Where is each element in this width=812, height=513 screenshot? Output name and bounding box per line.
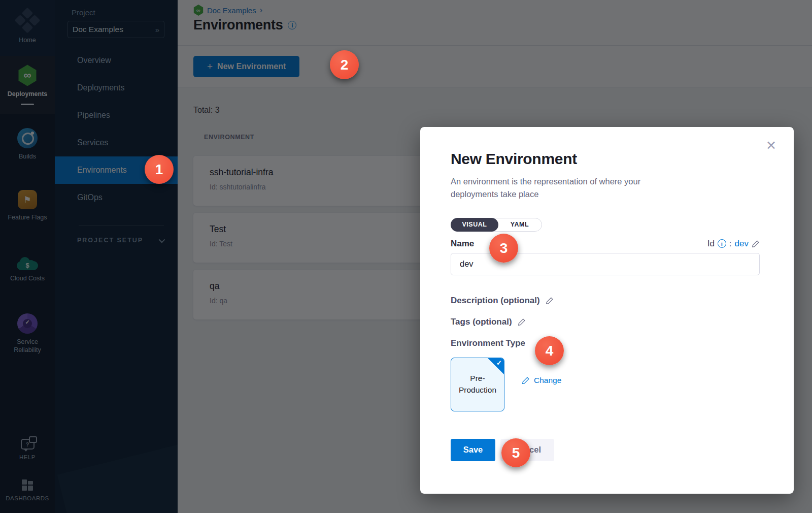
change-link-label: Change xyxy=(534,376,561,385)
id-separator: : xyxy=(729,239,732,249)
annotation-badge-1: 1 xyxy=(145,155,174,184)
id-display: Id i : dev xyxy=(707,239,760,249)
id-label: Id xyxy=(707,239,715,249)
annotation-badge-2: 2 xyxy=(330,50,359,79)
annotation-badge-5: 5 xyxy=(501,438,530,467)
tab-visual[interactable]: VISUAL xyxy=(451,218,499,232)
change-type-link[interactable]: Change xyxy=(522,376,561,385)
annotation-badge-4: 4 xyxy=(535,336,564,365)
edit-description-pencil-icon[interactable] xyxy=(546,297,554,305)
tab-yaml[interactable]: YAML xyxy=(498,218,542,232)
edit-tags-pencil-icon[interactable] xyxy=(518,318,526,326)
visual-yaml-toggle: VISUAL YAML xyxy=(451,218,542,232)
change-pencil-icon xyxy=(522,376,530,384)
edit-id-pencil-icon[interactable] xyxy=(752,240,760,248)
new-environment-modal: ✕ New Environment An environment is the … xyxy=(420,127,794,494)
id-info-icon[interactable]: i xyxy=(718,239,726,248)
environment-type-label: Environment Type xyxy=(451,338,525,348)
tags-label: Tags (optional) xyxy=(451,317,512,327)
description-label: Description (optional) xyxy=(451,296,540,306)
name-label: Name xyxy=(451,239,474,249)
environment-type-card-label: Pre-Production xyxy=(456,373,499,396)
id-value: dev xyxy=(735,239,749,249)
save-button[interactable]: Save xyxy=(451,439,495,461)
modal-title: New Environment xyxy=(451,127,760,168)
selected-check-icon: ✓ xyxy=(496,359,502,367)
annotation-badge-3: 3 xyxy=(489,234,518,263)
close-icon[interactable]: ✕ xyxy=(766,139,776,152)
environment-type-card-pre-production[interactable]: ✓ Pre-Production xyxy=(451,358,504,411)
modal-subtitle: An environment is the representation of … xyxy=(451,175,670,201)
